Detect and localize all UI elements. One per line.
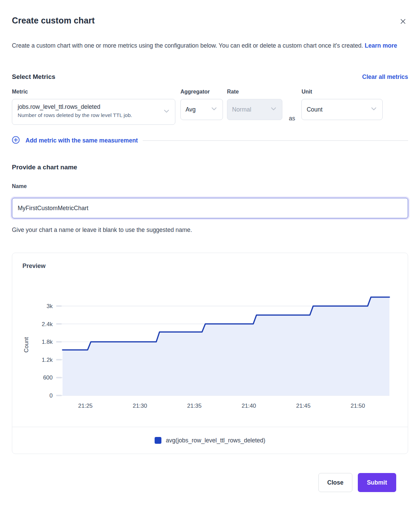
svg-text:21:25: 21:25 xyxy=(78,403,93,409)
select-metrics-header: Select Metrics Clear all metrics xyxy=(12,73,408,81)
clear-all-metrics-link[interactable]: Clear all metrics xyxy=(362,73,408,81)
add-metric-label: Add metric with the same measurement xyxy=(25,137,138,144)
svg-text:21:40: 21:40 xyxy=(242,403,256,409)
svg-text:21:30: 21:30 xyxy=(133,403,147,409)
unit-column: Unit Count xyxy=(301,89,383,120)
name-helper-text: Give your chart a name or leave it blank… xyxy=(12,226,408,234)
modal-header: Create custom chart xyxy=(12,16,408,28)
rate-label: Rate xyxy=(227,89,282,95)
chart-name-section-title: Provide a chart name xyxy=(12,164,408,171)
learn-more-link[interactable]: Learn more xyxy=(365,42,397,49)
modal-description-text: Create a custom chart with one or more m… xyxy=(12,42,363,49)
metric-select[interactable]: jobs.row_level_ttl.rows_deleted Number o… xyxy=(12,99,175,125)
chevron-down-icon xyxy=(210,105,218,114)
add-metric-button[interactable]: Add metric with the same measurement xyxy=(12,136,138,145)
modal-footer: Close Submit xyxy=(12,473,396,492)
svg-text:21:35: 21:35 xyxy=(187,403,202,409)
svg-text:1.8k: 1.8k xyxy=(42,339,53,345)
chevron-down-icon xyxy=(270,105,277,114)
metric-select-description: Number of rows deleted by the row level … xyxy=(18,112,160,118)
chart-legend: avg(jobs_row_level_ttl_rows_deleted) xyxy=(22,427,398,454)
metric-label: Metric xyxy=(12,89,175,95)
aggregator-label: Aggregator xyxy=(180,89,223,95)
unit-label: Unit xyxy=(301,89,383,95)
legend-swatch-icon xyxy=(155,437,161,444)
svg-text:1.2k: 1.2k xyxy=(42,357,53,363)
aggregator-select-value: Avg xyxy=(186,106,196,113)
rate-select[interactable]: Normal xyxy=(227,99,282,120)
chevron-down-icon xyxy=(163,107,170,116)
page-title: Create custom chart xyxy=(12,16,95,26)
svg-text:2.4k: 2.4k xyxy=(42,321,53,327)
add-metric-divider xyxy=(143,140,408,141)
metric-config-row: Metric jobs.row_level_ttl.rows_deleted N… xyxy=(12,89,408,125)
plus-circle-icon xyxy=(12,136,20,145)
svg-text:21:50: 21:50 xyxy=(351,403,365,409)
preview-title: Preview xyxy=(22,263,398,270)
unit-select[interactable]: Count xyxy=(301,99,383,120)
as-label: as xyxy=(289,115,295,122)
modal-description: Create a custom chart with one or more m… xyxy=(12,39,408,52)
unit-select-value: Count xyxy=(307,106,322,113)
svg-text:3k: 3k xyxy=(47,303,53,309)
chart-name-input[interactable] xyxy=(12,198,408,218)
preview-chart: 06001.2k1.8k2.4k3k21:2521:3021:3521:4021… xyxy=(22,287,398,415)
add-metric-row: Add metric with the same measurement xyxy=(12,136,408,145)
chevron-down-icon xyxy=(370,105,378,114)
svg-text:600: 600 xyxy=(43,374,53,381)
metric-column: Metric jobs.row_level_ttl.rows_deleted N… xyxy=(12,89,175,125)
metric-select-value: jobs.row_level_ttl.rows_deleted xyxy=(18,103,160,111)
name-label: Name xyxy=(12,183,408,189)
svg-text:Count: Count xyxy=(23,337,30,353)
close-button[interactable]: Close xyxy=(318,473,352,492)
svg-text:21:45: 21:45 xyxy=(296,403,311,409)
rate-column: Rate Normal xyxy=(227,89,282,120)
svg-text:0: 0 xyxy=(50,392,53,399)
close-icon[interactable] xyxy=(398,16,408,28)
select-metrics-title: Select Metrics xyxy=(12,73,55,81)
preview-card: Preview 06001.2k1.8k2.4k3k21:2521:3021:3… xyxy=(12,253,408,454)
legend-label: avg(jobs_row_level_ttl_rows_deleted) xyxy=(166,437,265,444)
aggregator-column: Aggregator Avg xyxy=(180,89,223,120)
rate-select-value: Normal xyxy=(232,106,251,113)
submit-button[interactable]: Submit xyxy=(358,473,396,492)
create-custom-chart-modal: Create custom chart Create a custom char… xyxy=(0,16,420,492)
aggregator-select[interactable]: Avg xyxy=(180,99,223,120)
